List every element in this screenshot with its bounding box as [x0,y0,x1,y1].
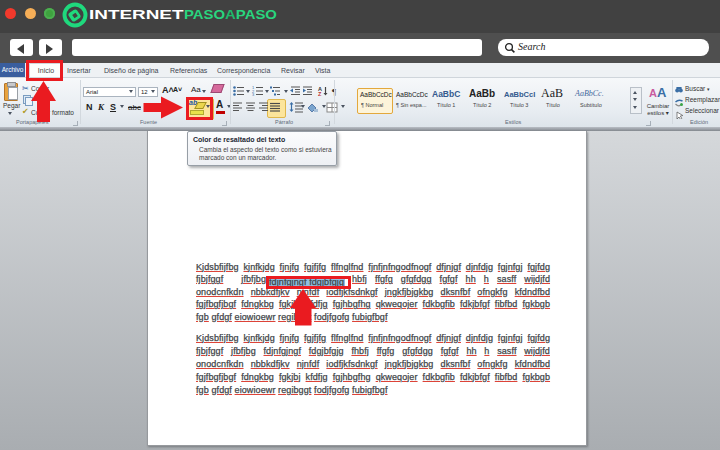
svg-text:3: 3 [252,92,255,96]
